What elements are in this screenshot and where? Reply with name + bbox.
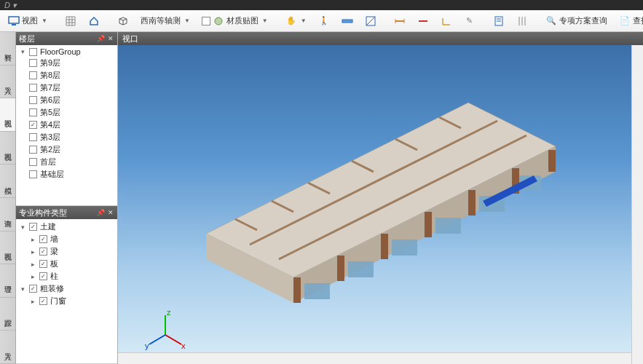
floor-item[interactable]: 第7层 xyxy=(16,82,117,94)
checkbox[interactable] xyxy=(29,71,37,79)
lefttab-4[interactable]: 模拟 xyxy=(0,165,15,198)
checkbox[interactable]: ✓ xyxy=(39,260,47,268)
floor-item[interactable]: 第5层 xyxy=(16,106,117,119)
collapse-icon[interactable]: ▾ xyxy=(19,48,26,55)
checkbox[interactable] xyxy=(29,108,37,116)
chevron-down-icon: ▼ xyxy=(262,17,268,24)
type-item[interactable]: ▸✓板 xyxy=(16,258,117,270)
floor-item[interactable]: ✓第4层 xyxy=(16,119,117,131)
section-button[interactable] xyxy=(360,12,382,31)
app-titlebar: D ▾ xyxy=(0,0,643,10)
dim-h-button[interactable] xyxy=(389,12,411,31)
lefttab-1[interactable]: 导入 xyxy=(0,66,15,99)
checkbox[interactable]: ✓ xyxy=(39,272,47,280)
checkbox[interactable] xyxy=(29,133,37,141)
type-item[interactable]: ▸✓门窗 xyxy=(16,295,117,307)
monitor-icon xyxy=(8,15,20,27)
pan-button[interactable]: ✋▼ xyxy=(280,12,312,31)
type-item[interactable]: ▾✓土建 xyxy=(16,221,117,233)
expand-icon[interactable]: ▸ xyxy=(29,273,36,280)
expand-icon[interactable]: ▾ xyxy=(19,223,26,231)
floor-label: 第5层 xyxy=(40,107,60,118)
type-label: 板 xyxy=(50,258,58,269)
lefttab-0[interactable]: 资料 xyxy=(0,32,15,66)
checkbox[interactable] xyxy=(29,170,37,178)
checkbox[interactable] xyxy=(29,84,37,92)
grid-button[interactable] xyxy=(60,12,82,31)
scrollbar-horizontal[interactable] xyxy=(118,352,631,364)
types-tree: ▾✓土建▸✓墙▸✓梁▸✓板▸✓柱▾✓粗装修▸✓门窗 xyxy=(16,219,117,363)
floor-item[interactable]: 第3层 xyxy=(16,131,117,143)
axis-gizmo[interactable]: z x y xyxy=(143,309,187,353)
scrollbar-vertical[interactable] xyxy=(631,45,643,364)
checkbox[interactable]: ✓ xyxy=(29,285,37,293)
expand-icon[interactable]: ▸ xyxy=(29,248,36,256)
dim-v-button[interactable] xyxy=(412,12,434,31)
types-panel-header[interactable]: 专业构件类型 📌✕ xyxy=(16,206,117,219)
edit-button[interactable]: ✎ xyxy=(459,12,481,31)
floor-item[interactable]: 第2层 xyxy=(16,143,117,156)
floor-root[interactable]: ▾ FloorGroup xyxy=(16,47,117,57)
checkbox[interactable] xyxy=(29,146,37,154)
ruler-icon xyxy=(342,15,353,27)
floors-panel-header[interactable]: 楼层 📌✕ xyxy=(16,32,117,45)
checkbox[interactable] xyxy=(29,48,37,56)
floor-label: 第4层 xyxy=(40,119,60,130)
checkbox[interactable] xyxy=(29,59,37,67)
checkbox[interactable]: ✓ xyxy=(39,297,47,305)
floor-item[interactable]: 第6层 xyxy=(16,94,117,106)
building-model xyxy=(162,74,599,336)
checkbox[interactable]: ✓ xyxy=(29,121,37,129)
cube-button[interactable] xyxy=(112,12,134,31)
type-item[interactable]: ▾✓粗装修 xyxy=(16,282,117,295)
expand-icon[interactable]: ▸ xyxy=(29,261,36,268)
checkbox[interactable]: ✓ xyxy=(39,248,47,256)
checkbox[interactable] xyxy=(29,158,37,166)
pin-icon[interactable]: 📌 xyxy=(97,35,104,42)
lefttab-9[interactable]: 导入 xyxy=(0,331,15,364)
material-button[interactable]: 材质贴图 ▼ xyxy=(197,12,273,31)
floor-item[interactable]: 第9层 xyxy=(16,57,117,69)
floor-item[interactable]: 基础层 xyxy=(16,168,117,181)
filter-button[interactable] xyxy=(488,12,510,31)
columns-button[interactable] xyxy=(511,12,533,31)
lefttab-2[interactable]: 视图 xyxy=(0,98,15,132)
lefttab-8[interactable]: 跟踪 xyxy=(0,298,15,331)
angle-button[interactable] xyxy=(435,12,457,31)
query-button[interactable]: 📄查找 xyxy=(614,12,643,31)
expand-icon[interactable]: ▸ xyxy=(29,236,36,243)
checkbox[interactable] xyxy=(29,96,37,104)
lefttab-7[interactable]: 管理 xyxy=(0,264,15,298)
axis-view-button[interactable]: 西南等轴测 ▼ xyxy=(135,12,195,30)
checkbox[interactable]: ✓ xyxy=(39,235,47,243)
close-icon[interactable]: ✕ xyxy=(107,209,114,216)
pin-icon[interactable]: 📌 xyxy=(97,209,104,216)
search-doc-icon: 🔍 xyxy=(545,15,557,27)
floor-label: 首层 xyxy=(40,157,56,167)
svg-rect-34 xyxy=(304,283,330,299)
columns-icon xyxy=(516,15,528,27)
floor-item[interactable]: 首层 xyxy=(16,156,117,168)
special-query-button[interactable]: 🔍专项方案查询 xyxy=(540,12,612,31)
viewport-3d[interactable]: z x y xyxy=(118,45,643,364)
type-item[interactable]: ▸✓墙 xyxy=(16,233,117,245)
lefttab-6[interactable]: 视图 xyxy=(0,232,15,265)
expand-icon[interactable]: ▾ xyxy=(19,285,26,293)
svg-rect-0 xyxy=(9,17,19,23)
expand-icon[interactable]: ▸ xyxy=(29,298,36,305)
home-button[interactable] xyxy=(83,12,105,31)
left-tabbar: 资料 导入 视图 视图 模拟 查询 视图 管理 跟踪 导入 xyxy=(0,32,16,364)
walk-button[interactable]: 🚶 xyxy=(313,12,335,31)
measure-button[interactable] xyxy=(336,12,358,31)
type-item[interactable]: ▸✓梁 xyxy=(16,245,117,258)
checkbox[interactable]: ✓ xyxy=(29,223,37,231)
lefttab-3[interactable]: 视图 xyxy=(0,132,15,165)
svg-rect-31 xyxy=(468,190,476,215)
floor-item[interactable]: 第8层 xyxy=(16,69,117,82)
type-item[interactable]: ▸✓柱 xyxy=(16,270,117,282)
close-icon[interactable]: ✕ xyxy=(107,35,114,42)
view-button[interactable]: 视图 ▼ xyxy=(3,12,52,31)
dim-h-icon xyxy=(394,15,406,27)
floor-label: 第3层 xyxy=(40,132,60,143)
lefttab-5[interactable]: 查询 xyxy=(0,198,15,232)
